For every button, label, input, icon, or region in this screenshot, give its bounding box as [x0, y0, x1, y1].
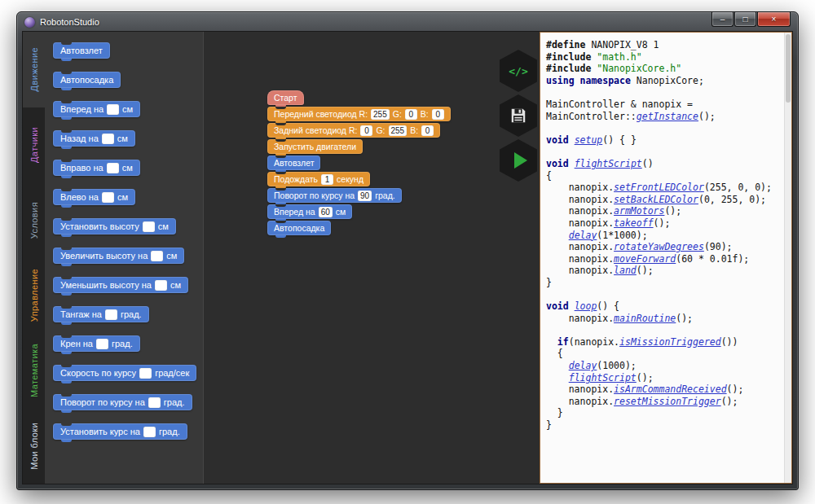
- block[interactable]: Крен наград.: [53, 335, 140, 352]
- block[interactable]: Автовзлет: [267, 156, 320, 170]
- code-content: #define NANOPIX_V8 1#include "math.h"#in…: [540, 33, 784, 483]
- block-input[interactable]: [105, 309, 117, 320]
- block-input[interactable]: 0: [421, 125, 434, 136]
- block-label: Крен на: [60, 339, 93, 348]
- block-label: секунд: [337, 174, 363, 184]
- scrollbar-thumb[interactable]: [786, 34, 791, 103]
- code-line: [546, 146, 782, 158]
- generate-code-button[interactable]: </>: [500, 50, 537, 92]
- block[interactable]: Поворот по курсу на90град.: [267, 188, 402, 203]
- close-button[interactable]: ×: [757, 12, 791, 27]
- tab-label: Движение: [29, 47, 39, 91]
- block-input[interactable]: 255: [389, 125, 408, 136]
- block[interactable]: Установить курс наград.: [53, 423, 187, 440]
- tab-label: Мои блоки: [29, 423, 39, 470]
- block-input[interactable]: [155, 280, 167, 291]
- code-tags-icon: </>: [509, 65, 527, 77]
- floppy-disk-icon: [509, 107, 527, 125]
- code-line: [546, 122, 782, 134]
- code-line: #define NANOPIX_V8 1: [546, 39, 782, 51]
- block-input[interactable]: 0: [405, 109, 417, 120]
- block-input[interactable]: [148, 397, 161, 408]
- block[interactable]: Назад насм: [53, 130, 135, 147]
- block[interactable]: Автопосадка: [53, 72, 121, 88]
- block-label: Увеличить высоту на: [60, 251, 148, 261]
- code-line: #include "math.h": [546, 51, 782, 64]
- start-block[interactable]: Старт: [267, 90, 304, 105]
- code-line: if(nanopix.isMissionTriggered()): [546, 336, 782, 348]
- block-label: Подождать: [274, 174, 318, 184]
- block[interactable]: Скорость по курсуград/сек: [53, 365, 196, 381]
- block-input[interactable]: [96, 339, 108, 349]
- block-input[interactable]: 60: [319, 207, 333, 217]
- block-label: Вперед на: [60, 104, 104, 114]
- block[interactable]: Подождать1секунд: [267, 172, 370, 186]
- code-line: MainController::getInstance();: [546, 111, 782, 123]
- block-input[interactable]: 0: [432, 109, 444, 120]
- block[interactable]: Уменьшить высоту насм: [53, 277, 188, 293]
- desktop: RobotonStudio – □ × ДвижениеДатчикиУслов…: [0, 0, 815, 504]
- tab-label: Условия: [29, 202, 39, 239]
- block-label: град.: [159, 427, 180, 436]
- block-label: см: [122, 163, 133, 173]
- block[interactable]: Автовзлет: [53, 42, 110, 59]
- tab-upravlenie[interactable]: Управление: [23, 258, 45, 334]
- block[interactable]: Автопосадка: [267, 221, 331, 235]
- block-input[interactable]: [107, 104, 119, 115]
- block-input[interactable]: 90: [358, 191, 372, 201]
- tab-dvizhenie[interactable]: Движение: [23, 32, 45, 107]
- block-label: Задний светодиод R:: [274, 125, 357, 135]
- block-label: Автовзлет: [60, 46, 103, 55]
- code-line: nanopix.setFrontLEDColor(255, 0, 0);: [546, 182, 782, 194]
- code-line: void flightScript(): [546, 158, 782, 170]
- block[interactable]: Передний светодиод R:255G:0B:0: [267, 107, 451, 121]
- block[interactable]: Вперед насм: [53, 101, 140, 117]
- code-line: nanopix.setBackLEDColor(0, 255, 0);: [546, 194, 782, 206]
- code-line: flightScript();: [546, 372, 782, 384]
- block-input[interactable]: [151, 251, 163, 261]
- block-label: см: [158, 221, 169, 231]
- block[interactable]: Влево насм: [53, 189, 135, 205]
- block-input[interactable]: [102, 192, 114, 203]
- code-line: nanopix.moveForward(60 * 0.01f);: [546, 253, 782, 265]
- workspace-canvas[interactable]: СтартПередний светодиод R:255G:0B:0Задни…: [203, 32, 540, 484]
- maximize-button[interactable]: □: [734, 12, 756, 27]
- tab-matematika[interactable]: Математика: [23, 333, 45, 409]
- block[interactable]: Увеличить высоту насм: [53, 248, 184, 264]
- block-palette: АвтовзлетАвтопосадкаВперед насмНазад нас…: [45, 32, 203, 484]
- play-triangle-icon: [514, 152, 527, 169]
- block-label: Установить курс на: [60, 427, 140, 436]
- block-input[interactable]: [143, 427, 156, 437]
- block-input[interactable]: 0: [360, 125, 372, 136]
- block-label: см: [117, 192, 128, 202]
- block[interactable]: Тангаж наград.: [53, 306, 149, 322]
- code-line: using namespace NanopixCore;: [546, 75, 782, 87]
- save-button[interactable]: [500, 94, 537, 137]
- block-label: град.: [164, 397, 185, 407]
- block-input[interactable]: 1: [321, 174, 333, 185]
- block-label: B:: [421, 109, 429, 119]
- block[interactable]: Запустить двигатели: [267, 139, 363, 154]
- block-label: см: [122, 104, 133, 114]
- block[interactable]: Установить высотусм: [53, 218, 176, 234]
- tab-usloviya[interactable]: Условия: [23, 182, 45, 258]
- titlebar[interactable]: RobotonStudio – □ ×: [17, 12, 798, 32]
- run-button[interactable]: [500, 139, 537, 182]
- minimize-button[interactable]: –: [711, 12, 734, 27]
- block-label: G:: [376, 125, 385, 135]
- block-input[interactable]: [102, 134, 114, 144]
- code-line: MainController & nanopix =: [546, 99, 782, 111]
- tab-moi-bloki[interactable]: Мои блоки: [23, 409, 45, 484]
- script-stack: СтартПередний светодиод R:255G:0B:0Задни…: [267, 90, 451, 237]
- block-input[interactable]: [107, 163, 119, 173]
- block-input[interactable]: [143, 221, 155, 232]
- block-input[interactable]: [139, 368, 152, 379]
- block[interactable]: Задний светодиод R:0G:255B:0: [267, 123, 440, 138]
- tab-datchiki[interactable]: Датчики: [23, 107, 45, 183]
- block[interactable]: Поворот по курсу наград.: [53, 394, 192, 410]
- block[interactable]: Вправо насм: [53, 160, 140, 176]
- code-scrollbar[interactable]: [784, 33, 791, 483]
- block[interactable]: Вперед на60см: [267, 204, 352, 219]
- code-line: nanopix.resetMissionTrigger();: [546, 396, 782, 408]
- block-input[interactable]: 255: [371, 109, 390, 120]
